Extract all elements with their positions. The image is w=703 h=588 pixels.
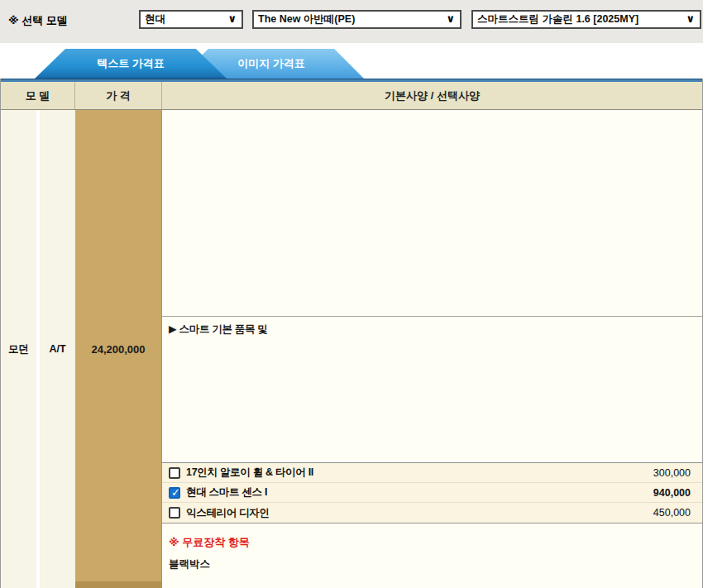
option-label: 현대 스마트 센스 I: [186, 485, 267, 500]
free-items-section: ※ 무료장착 항목 블랙박스: [162, 523, 702, 588]
option-list: 17인치 알로이 휠 & 타이어 II 300,000 현대 스마트 센스 I …: [162, 463, 702, 523]
option-price: 300,000: [653, 467, 691, 479]
spec-cell: ▶ 스마트 기본 품목 및 17인치 알로이 휠 & 타이어 II 300,00…: [161, 110, 702, 588]
model-name-cell: 모던: [1, 110, 38, 588]
trim-select[interactable]: 스마트스트림 가솔린 1.6 [2025MY] ∨: [471, 10, 701, 29]
transmission-cell: A/T: [40, 110, 75, 588]
free-item: 블랙박스: [169, 557, 696, 571]
select-model-label: ※ 선택 모델: [8, 13, 68, 28]
brand-select-value: 현대: [145, 12, 165, 26]
model-select[interactable]: The New 아반떼(PE) ∨: [252, 10, 461, 29]
price-cell: 24,200,000: [75, 110, 161, 588]
column-header-model: 모 델: [1, 82, 75, 109]
option-checkbox[interactable]: [169, 467, 180, 479]
chevron-down-icon: ∨: [227, 12, 237, 25]
column-header-specs: 기본사양 / 선택사양: [162, 82, 702, 109]
free-items-title: ※ 무료장착 항목: [169, 535, 696, 550]
model-select-value: The New 아반떼(PE): [258, 12, 355, 26]
option-row[interactable]: 익스테리어 디자인 450,000: [162, 503, 702, 523]
table-header-row: 모 델 가 격 기본사양 / 선택사양: [1, 82, 702, 110]
model-select-bar: ※ 선택 모델 현대 ∨ The New 아반떼(PE) ∨ 스마트스트림 가솔…: [0, 0, 703, 43]
price-cell-bottom-shade: [75, 581, 161, 588]
option-row[interactable]: 17인치 알로이 휠 & 타이어 II 300,000: [162, 463, 702, 483]
option-price: 940,000: [653, 487, 691, 499]
price-value: 24,200,000: [91, 343, 145, 356]
trim-select-value: 스마트스트림 가솔린 1.6 [2025MY]: [477, 12, 638, 26]
base-spec-section: [162, 110, 702, 317]
option-label: 17인치 알로이 휠 & 타이어 II: [186, 466, 313, 480]
trim-spec-section: ▶ 스마트 기본 품목 및: [162, 317, 702, 463]
chevron-down-icon: ∨: [446, 12, 455, 25]
table-body: 모던 A/T 24,200,000 ▶ 스마트 기본 품목 및 17인치 알로이…: [1, 110, 702, 588]
option-checkbox[interactable]: [169, 487, 180, 499]
price-table: 모 델 가 격 기본사양 / 선택사양 모던 A/T 24,200,000 ▶ …: [0, 79, 703, 588]
chevron-down-icon: ∨: [686, 12, 695, 25]
tab-text-price-list[interactable]: 텍스트 가격표: [35, 49, 227, 79]
option-label: 익스테리어 디자인: [186, 506, 270, 520]
option-checkbox[interactable]: [169, 507, 180, 519]
trim-title: ▶ 스마트 기본 품목 및: [169, 322, 696, 337]
price-sheet-screen: ※ 선택 모델 현대 ∨ The New 아반떼(PE) ∨ 스마트스트림 가솔…: [0, 0, 703, 588]
option-price: 450,000: [653, 507, 691, 519]
column-header-price: 가 격: [75, 82, 162, 109]
option-row[interactable]: 현대 스마트 센스 I 940,000: [162, 483, 702, 503]
brand-select[interactable]: 현대 ∨: [139, 10, 243, 29]
